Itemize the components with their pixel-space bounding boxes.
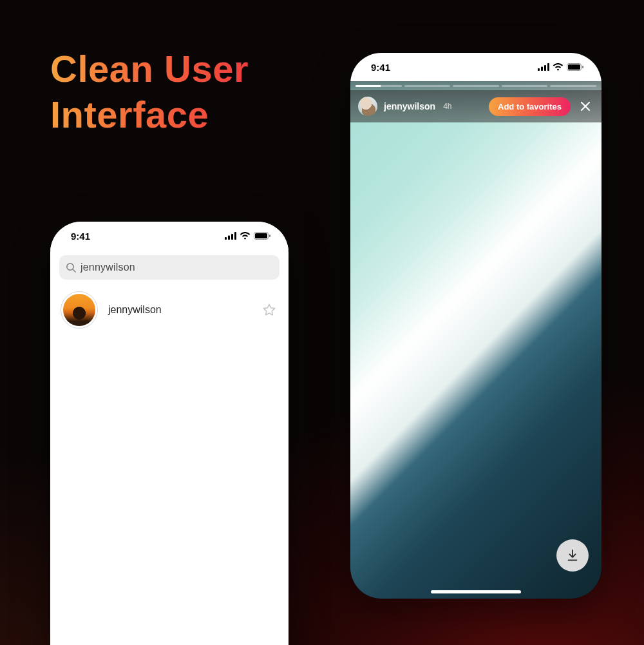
phone-story-mock: 9:41 jennywilson 4h Add to favorites <box>350 53 601 599</box>
svg-rect-10 <box>541 67 543 72</box>
wifi-icon <box>240 232 251 240</box>
close-button[interactable] <box>577 98 594 115</box>
star-outline-icon <box>262 303 276 317</box>
headline-line2: Interface <box>50 93 209 135</box>
battery-icon <box>254 232 270 240</box>
search-icon <box>66 262 76 273</box>
story-media <box>350 81 601 599</box>
svg-rect-9 <box>538 68 540 71</box>
result-username: jennywilson <box>108 304 250 316</box>
story-avatar[interactable] <box>358 97 377 116</box>
page-headline: Clean User Interface <box>50 46 249 138</box>
download-button[interactable] <box>556 539 589 572</box>
add-to-favorites-label: Add to favorites <box>498 102 562 111</box>
home-indicator[interactable] <box>431 590 521 593</box>
svg-rect-14 <box>568 64 580 70</box>
cellular-icon <box>538 63 549 71</box>
story-viewport[interactable]: jennywilson 4h Add to favorites <box>350 81 601 599</box>
svg-rect-5 <box>255 233 267 238</box>
story-progress-seg <box>502 85 548 87</box>
wifi-icon <box>553 63 564 71</box>
svg-rect-0 <box>225 237 227 240</box>
story-timestamp: 4h <box>443 102 451 111</box>
svg-rect-11 <box>544 65 546 71</box>
add-to-favorites-button[interactable]: Add to favorites <box>489 97 571 116</box>
story-username[interactable]: jennywilson <box>384 101 435 111</box>
headline-line1: Clean User <box>50 48 249 90</box>
story-header: jennywilson 4h Add to favorites <box>350 90 601 122</box>
download-icon <box>565 548 580 563</box>
svg-rect-3 <box>234 232 236 240</box>
cellular-icon <box>225 232 236 240</box>
svg-rect-2 <box>231 234 233 240</box>
search-input[interactable]: jennywilson <box>59 255 279 280</box>
status-time: 9:41 <box>71 231 90 242</box>
search-query-text: jennywilson <box>80 262 135 273</box>
search-result-row[interactable]: jennywilson <box>50 280 289 329</box>
svg-line-8 <box>73 269 75 272</box>
svg-rect-15 <box>582 66 583 68</box>
status-icons <box>225 232 270 240</box>
battery-icon <box>567 63 583 71</box>
avatar <box>61 291 98 329</box>
avatar-image <box>63 294 95 326</box>
status-icons <box>538 63 583 71</box>
status-bar: 9:41 <box>350 53 601 81</box>
close-icon <box>579 100 592 113</box>
story-progress-seg <box>355 85 402 87</box>
story-progress-seg <box>550 85 596 87</box>
story-progress-seg <box>404 85 451 87</box>
svg-rect-12 <box>547 63 549 71</box>
story-progress <box>355 85 596 87</box>
svg-rect-1 <box>228 236 230 240</box>
status-time: 9:41 <box>371 62 390 73</box>
story-progress-seg <box>453 85 499 87</box>
favorite-toggle[interactable] <box>260 301 278 319</box>
svg-rect-6 <box>269 235 270 237</box>
status-bar: 9:41 <box>50 222 289 250</box>
phone-search-mock: 9:41 jennywilson jennywilson <box>50 222 289 645</box>
